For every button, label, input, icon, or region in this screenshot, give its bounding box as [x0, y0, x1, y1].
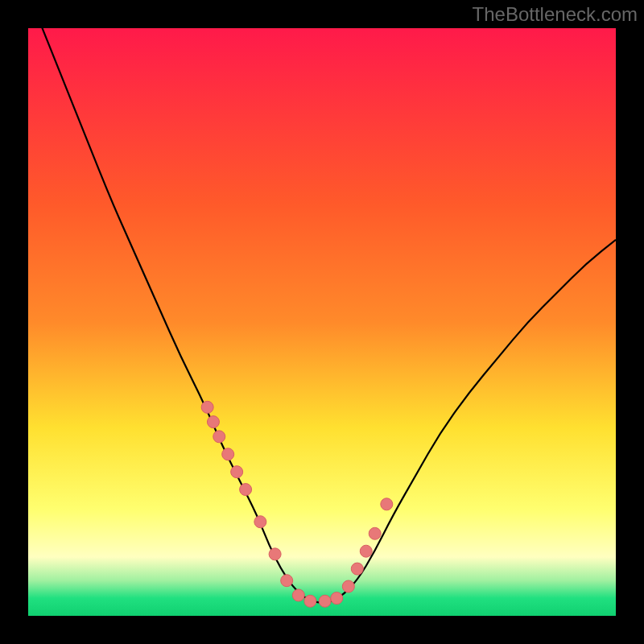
data-point	[351, 563, 363, 575]
data-point	[381, 498, 393, 510]
data-point	[281, 575, 293, 587]
data-point	[207, 416, 219, 428]
data-point	[292, 589, 304, 601]
data-point	[269, 548, 281, 560]
data-point	[331, 592, 343, 605]
data-point	[319, 595, 331, 607]
chart-frame: TheBottleneck.com	[0, 0, 644, 644]
data-point	[213, 431, 225, 443]
data-point	[369, 527, 381, 539]
data-point	[342, 580, 354, 592]
data-point	[240, 484, 252, 496]
plot-area	[28, 28, 616, 616]
data-point	[254, 516, 266, 528]
data-point	[222, 448, 234, 460]
data-point	[201, 401, 213, 413]
data-point	[304, 595, 316, 607]
chart-svg	[28, 28, 616, 616]
data-point	[231, 466, 243, 478]
data-point	[360, 545, 372, 557]
watermark-label: TheBottleneck.com	[473, 3, 638, 26]
